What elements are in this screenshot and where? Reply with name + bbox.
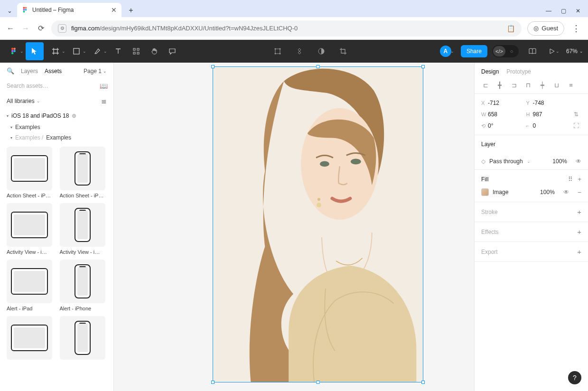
- selection-handle[interactable]: [317, 381, 320, 384]
- new-tab-button[interactable]: +: [124, 4, 138, 17]
- pen-tool-button[interactable]: [88, 42, 106, 60]
- w-value[interactable]: 658: [488, 111, 526, 118]
- library-button[interactable]: [523, 42, 541, 60]
- x-value[interactable]: -712: [488, 100, 526, 106]
- page-selector[interactable]: Page 1 ⌄: [84, 68, 107, 74]
- selection-frame[interactable]: [213, 66, 423, 382]
- h-value[interactable]: 987: [533, 111, 571, 118]
- add-export-icon[interactable]: +: [577, 248, 581, 256]
- chevron-down-icon[interactable]: ⌄: [450, 49, 456, 54]
- style-icon[interactable]: ⠿: [568, 176, 573, 183]
- move-tool-button[interactable]: [26, 42, 44, 60]
- asset-item[interactable]: Action Sheet - iP…: [60, 147, 107, 198]
- align-hcenter-icon[interactable]: ╋: [495, 82, 504, 89]
- clipboard-icon[interactable]: 📋: [507, 25, 515, 32]
- asset-item[interactable]: Alert - iPad: [7, 260, 54, 311]
- text-tool-button[interactable]: [109, 42, 127, 60]
- shape-tool-button[interactable]: [67, 42, 85, 60]
- align-bottom-icon[interactable]: ⊔: [552, 82, 561, 89]
- tab-design[interactable]: Design: [481, 68, 499, 75]
- selection-handle[interactable]: [211, 65, 215, 68]
- zoom-control[interactable]: 67% ⌄: [566, 48, 583, 55]
- remove-fill-icon[interactable]: −: [578, 188, 581, 196]
- blend-mode-select[interactable]: Pass through: [489, 158, 523, 165]
- selection-handle[interactable]: [317, 65, 320, 68]
- export-section[interactable]: Export +: [475, 242, 588, 262]
- comment-tool-button[interactable]: [163, 42, 181, 60]
- visibility-icon[interactable]: 👁: [563, 189, 569, 196]
- asset-item[interactable]: Alert - iPhone: [60, 260, 107, 311]
- search-icon[interactable]: 🔍: [7, 67, 14, 74]
- rotation-value[interactable]: 0°: [488, 122, 526, 129]
- present-button[interactable]: [546, 42, 558, 60]
- browser-menu-icon[interactable]: ⋮: [570, 23, 582, 34]
- asset-item[interactable]: [60, 316, 107, 362]
- canvas[interactable]: [114, 63, 474, 391]
- window-close-icon[interactable]: ✕: [576, 8, 580, 14]
- nav-back-icon[interactable]: ←: [6, 24, 15, 33]
- reload-icon[interactable]: ⟳: [36, 24, 46, 33]
- book-icon: [528, 47, 537, 55]
- align-vcenter-icon[interactable]: ┿: [538, 82, 547, 89]
- selection-handle[interactable]: [421, 65, 425, 68]
- chevron-down-icon[interactable]: ⌄: [527, 159, 531, 164]
- constrain-proportions-icon[interactable]: ⇅: [571, 111, 581, 118]
- figma-menu-button[interactable]: [5, 42, 23, 60]
- add-stroke-icon[interactable]: +: [577, 208, 581, 216]
- help-button[interactable]: ?: [568, 371, 581, 384]
- corner-radius-value[interactable]: 0: [533, 122, 571, 129]
- add-fill-icon[interactable]: +: [578, 176, 581, 183]
- resources-button[interactable]: [127, 42, 145, 60]
- hand-tool-button[interactable]: [145, 42, 163, 60]
- fill-type[interactable]: Image: [493, 189, 508, 196]
- nav-forward-icon[interactable]: →: [21, 24, 30, 33]
- y-value[interactable]: -748: [533, 100, 571, 106]
- visibility-icon[interactable]: 👁: [576, 158, 581, 165]
- library-breadcrumb[interactable]: ▾ Examples / Examples: [0, 132, 113, 143]
- mask-button[interactable]: [312, 42, 330, 60]
- dev-mode-toggle[interactable]: </> ○: [492, 45, 519, 57]
- list-view-icon[interactable]: ≣: [101, 97, 107, 105]
- frame-tool-button[interactable]: [47, 42, 65, 60]
- selection-handle[interactable]: [421, 381, 425, 384]
- create-component-button[interactable]: [290, 42, 308, 60]
- svg-point-1: [25, 7, 27, 9]
- address-bar[interactable]: ⚙ figma.com/design/mHy69ikdLNTMt8pKdADXX…: [51, 20, 522, 37]
- align-right-icon[interactable]: ⊐: [510, 82, 518, 89]
- asset-item[interactable]: Activity View - i…: [60, 203, 107, 255]
- browser-tab[interactable]: Untitled – Figma ✕: [17, 3, 121, 17]
- align-top-icon[interactable]: ⊓: [524, 82, 532, 89]
- add-effect-icon[interactable]: +: [577, 228, 581, 236]
- window-maximize-icon[interactable]: ▢: [561, 8, 566, 14]
- library-subsection[interactable]: ▾ Examples: [0, 122, 113, 132]
- distribute-icon[interactable]: ≡: [567, 82, 575, 89]
- user-avatar[interactable]: A: [440, 46, 451, 57]
- effects-section[interactable]: Effects +: [475, 222, 588, 242]
- tab-layers[interactable]: Layers: [21, 68, 38, 74]
- layer-opacity-value[interactable]: 100%: [552, 158, 567, 165]
- crop-button[interactable]: [334, 42, 352, 60]
- independent-corners-icon[interactable]: ⛶: [571, 122, 581, 129]
- book-icon[interactable]: 📖: [100, 82, 108, 90]
- fill-swatch[interactable]: [481, 188, 489, 196]
- tab-prototype[interactable]: Prototype: [506, 68, 531, 75]
- asset-item[interactable]: Activity View - i…: [7, 203, 54, 255]
- library-selector[interactable]: All libraries ⌄ ≣: [0, 93, 113, 110]
- share-button[interactable]: Share: [461, 45, 487, 57]
- selection-handle[interactable]: [211, 381, 215, 384]
- window-minimize-icon[interactable]: —: [546, 8, 551, 14]
- assets-search-input[interactable]: [7, 83, 96, 89]
- asset-item[interactable]: Action Sheet - iP…: [7, 147, 54, 198]
- left-panel-header: 🔍 Layers Assets Page 1 ⌄: [0, 63, 113, 79]
- stroke-section[interactable]: Stroke +: [475, 202, 588, 222]
- profile-chip[interactable]: ◎ Guest: [527, 21, 564, 36]
- fill-opacity-value[interactable]: 100%: [540, 189, 555, 196]
- library-section[interactable]: ▾ iOS 18 and iPadOS 18 ⊕: [0, 110, 113, 122]
- tabstrip-chevron[interactable]: ⌄: [4, 4, 15, 17]
- tab-close-icon[interactable]: ✕: [111, 6, 117, 14]
- asset-item[interactable]: [7, 316, 54, 362]
- align-left-icon[interactable]: ⊏: [481, 82, 490, 89]
- component-controls-button[interactable]: [269, 42, 287, 60]
- tab-assets[interactable]: Assets: [45, 68, 62, 74]
- site-settings-icon[interactable]: ⚙: [58, 24, 66, 33]
